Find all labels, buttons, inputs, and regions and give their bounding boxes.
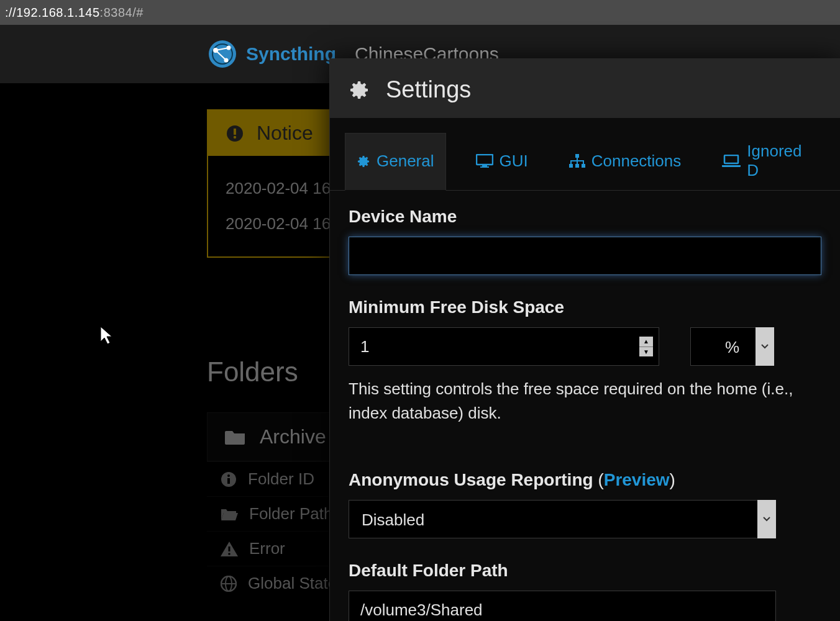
tab-general[interactable]: General <box>345 133 446 191</box>
chevron-down-icon <box>763 517 770 522</box>
modal-header: Settings <box>330 59 840 118</box>
chevron-up-icon: ▲ <box>639 337 653 347</box>
modal-title: Settings <box>386 76 471 103</box>
gear-icon <box>349 79 370 101</box>
default-folder-path-input[interactable] <box>349 591 776 621</box>
sitemap-icon <box>569 154 585 168</box>
svg-rect-18 <box>477 155 493 165</box>
svg-rect-12 <box>227 478 230 484</box>
tab-label: Ignored D <box>747 142 814 180</box>
folder-name: Archive <box>260 425 326 448</box>
gear-icon <box>357 155 370 168</box>
browser-address-bar[interactable]: ://192.168.1.145:8384/# <box>0 0 840 25</box>
desktop-icon <box>476 154 493 168</box>
notice-title: Notice <box>257 122 313 145</box>
folders-heading: Folders <box>207 356 298 388</box>
settings-modal: Settings General GUI Connections Ignored… <box>329 58 840 621</box>
svg-rect-23 <box>575 164 579 168</box>
exclamation-circle-icon <box>226 124 244 143</box>
tab-ignored-devices[interactable]: Ignored D <box>711 133 825 190</box>
tab-label: GUI <box>500 152 528 171</box>
settings-tabs: General GUI Connections Ignored D <box>330 118 840 191</box>
chevron-down-icon: ▼ <box>639 347 653 357</box>
mouse-cursor-icon <box>99 325 114 345</box>
number-stepper[interactable]: ▲ ▼ <box>639 337 653 356</box>
usage-preview-link[interactable]: Preview <box>604 470 670 489</box>
svg-point-14 <box>228 553 231 555</box>
tab-connections[interactable]: Connections <box>558 133 693 190</box>
url-text: ://192.168.1.145:8384/# <box>5 6 144 20</box>
usage-reporting-select[interactable]: Disabled <box>349 500 776 538</box>
globe-icon <box>221 576 237 592</box>
device-name-label: Device Name <box>349 207 821 227</box>
chevron-down-icon <box>761 344 769 349</box>
svg-rect-25 <box>724 155 738 163</box>
svg-rect-13 <box>229 546 231 551</box>
folder-icon <box>225 428 246 446</box>
svg-rect-20 <box>480 166 489 168</box>
min-free-space-input[interactable] <box>349 327 659 366</box>
default-folder-path-label: Default Folder Path <box>349 561 821 581</box>
tab-label: Connections <box>591 152 682 171</box>
svg-rect-21 <box>575 154 579 158</box>
tab-gui[interactable]: GUI <box>465 133 539 190</box>
tab-label: General <box>377 152 434 171</box>
svg-rect-22 <box>569 164 573 168</box>
info-circle-icon <box>221 471 237 487</box>
folder-row-label: Error <box>249 539 285 558</box>
brand[interactable]: Syncthing <box>208 39 336 69</box>
folder-row-label: Global State <box>248 574 337 593</box>
laptop-icon <box>722 155 741 167</box>
select-dropdown-button[interactable] <box>756 327 774 366</box>
warning-icon <box>221 542 238 556</box>
svg-rect-8 <box>234 129 236 135</box>
svg-rect-19 <box>482 165 487 166</box>
select-dropdown-button[interactable] <box>757 500 776 538</box>
folder-row-label: Folder ID <box>248 469 314 489</box>
min-free-space-label: Minimum Free Disk Space <box>349 297 821 317</box>
min-free-space-help: This setting controls the free space req… <box>349 377 821 425</box>
usage-reporting-label: Anonymous Usage Reporting (Preview) <box>349 470 821 490</box>
svg-point-9 <box>234 135 236 138</box>
folder-open-icon <box>221 507 238 521</box>
syncthing-logo-icon <box>208 39 237 69</box>
settings-form: Device Name Minimum Free Disk Space ▲ ▼ … <box>330 191 840 621</box>
brand-text: Syncthing <box>246 43 336 65</box>
device-name-input[interactable] <box>349 237 821 275</box>
svg-rect-24 <box>582 164 585 168</box>
folder-row-label: Folder Path <box>249 504 332 524</box>
svg-point-11 <box>227 474 230 477</box>
